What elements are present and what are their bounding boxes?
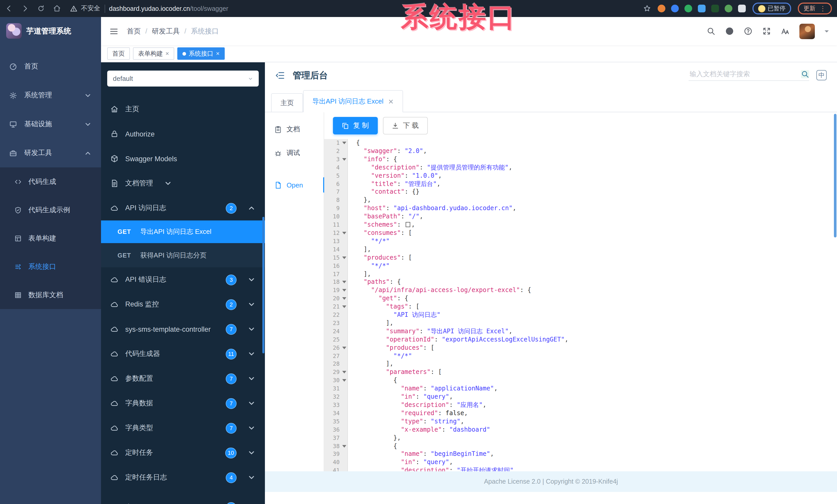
code-line: 11 "schemes": , (324, 221, 837, 229)
line-number[interactable]: 20 (324, 295, 348, 303)
swagger-group-定时任务日志[interactable]: 定时任务日志4 (101, 465, 265, 490)
line-number[interactable]: 15 (324, 254, 348, 262)
line-number: 32 (324, 393, 348, 401)
api-operation[interactable]: GET导出API 访问日志 Excel (101, 221, 265, 243)
sidebar-item-基础设施[interactable]: 基础设施 (0, 110, 101, 138)
swagger-nav-API 访问日志[interactable]: API 访问日志2 (101, 196, 265, 221)
doc-tab-导出API 访问日志 Excel[interactable]: 导出API 访问日志 Excel✕ (303, 90, 403, 112)
reload-icon[interactable] (37, 5, 45, 12)
line-number[interactable]: 3 (324, 155, 348, 164)
swagger-group-参数配置[interactable]: 参数配置7 (101, 366, 265, 391)
swagger-group-sys-sms-template-controller[interactable]: sys-sms-template-controller7 (101, 317, 265, 341)
logo[interactable]: 芋道管理系统 (0, 17, 101, 45)
copy-button[interactable]: 复 制 (333, 117, 378, 134)
api-operation[interactable]: GET获得API 访问日志分页 (101, 243, 265, 267)
sidebar-item-系统管理[interactable]: 系统管理 (0, 81, 101, 110)
fullscreen-icon[interactable] (762, 27, 771, 36)
sidebar-subitem-代码生成[interactable]: 代码生成 (0, 167, 101, 196)
line-number[interactable]: 30 (324, 377, 348, 385)
ext-leaf-icon[interactable] (724, 5, 732, 12)
chrome-update-badge[interactable]: 更新 ⋮ (798, 3, 832, 14)
ext-blue-drop-icon[interactable] (671, 5, 678, 12)
caret-down-icon[interactable] (825, 30, 829, 34)
swagger-group-定时任务[interactable]: 定时任务10 (101, 441, 265, 465)
sidebar-subitem-label: 代码生成 (28, 177, 56, 186)
cloud-icon (110, 473, 119, 482)
url-bar[interactable]: dashboard.yudao.iocoder.cn/tool/swagger (109, 5, 228, 12)
ext-orange-icon[interactable] (657, 5, 665, 12)
security-chip[interactable]: 不安全 (70, 4, 100, 13)
hamburger-icon[interactable] (109, 26, 119, 36)
sidebar-subitem-label: 数据库文档 (28, 290, 63, 300)
sidebar-item-label: 基础设施 (24, 119, 52, 129)
download-button[interactable]: 下 载 (383, 117, 428, 134)
paused-extension-badge[interactable]: 已暂停 (752, 3, 791, 14)
tag-表单构建[interactable]: 表单构建× (133, 48, 174, 60)
swagger-group-字典类型[interactable]: 字典类型7 (101, 416, 265, 441)
rail-item-文档[interactable]: 文档 (265, 117, 324, 141)
rail-item-Open[interactable]: Open (265, 173, 324, 197)
home-icon[interactable] (53, 5, 61, 12)
search-icon[interactable] (707, 27, 715, 36)
back-icon[interactable] (5, 5, 13, 12)
line-number[interactable]: 26 (324, 344, 348, 352)
bookmark-star-icon[interactable] (643, 5, 651, 12)
github-icon[interactable] (725, 27, 734, 36)
line-number: 16 (324, 262, 348, 270)
close-icon[interactable]: × (165, 51, 169, 57)
swagger-group-字典数据[interactable]: 字典数据7 (101, 391, 265, 416)
collapse-menu-icon[interactable] (275, 70, 285, 80)
sidebar-item-label: 首页 (24, 62, 38, 71)
doc-tab-主页[interactable]: 主页 (271, 93, 303, 112)
sidebar-subitem-系统接口[interactable]: 系统接口 (0, 253, 101, 281)
breadcrumb-item[interactable]: 研发工具 (152, 26, 180, 36)
close-icon[interactable]: ✕ (388, 98, 394, 105)
menu-dots-icon[interactable]: ⋮ (819, 5, 826, 12)
avatar[interactable] (799, 23, 815, 39)
breadcrumb-item[interactable]: 首页 (127, 26, 141, 36)
sidebar-subitem-表单构建[interactable]: 表单构建 (0, 224, 101, 253)
swagger-nav-Swagger Models[interactable]: Swagger Models (101, 146, 265, 171)
swagger-group-岗位[interactable]: 岗位 (101, 495, 265, 504)
breadcrumb-item[interactable]: 系统接口 (191, 26, 219, 36)
sidebar-subitem-数据库文档[interactable]: 数据库文档 (0, 281, 101, 309)
tag-系统接口[interactable]: 系统接口× (177, 48, 225, 60)
close-icon[interactable]: × (216, 51, 219, 57)
swagger-group-API 错误日志[interactable]: API 错误日志3 (101, 267, 265, 292)
doc-search-icon[interactable] (801, 70, 809, 78)
code-editor[interactable]: 1{2 "swagger": "2.0",3 "info": {4 "descr… (324, 139, 837, 471)
line-number[interactable]: 29 (324, 369, 348, 377)
help-icon[interactable] (744, 27, 752, 36)
forward-icon[interactable] (21, 5, 29, 12)
cloud-icon (110, 204, 119, 212)
page-scrollbar[interactable] (834, 114, 836, 238)
swagger-group-Redis 监控[interactable]: Redis 监控2 (101, 292, 265, 317)
rail-item-调试[interactable]: 调试 (265, 141, 324, 165)
sidebar-item-研发工具[interactable]: 研发工具 (0, 138, 101, 167)
font-size-icon[interactable] (781, 27, 789, 36)
ext-green-check-icon[interactable] (684, 5, 692, 12)
ext-dark-green-icon[interactable] (711, 5, 719, 12)
line-number[interactable]: 38 (324, 442, 348, 450)
sidebar-item-首页[interactable]: 首页 (0, 52, 101, 81)
line-number[interactable]: 19 (324, 287, 348, 295)
swagger-nav-文档管理[interactable]: 文档管理 (101, 171, 265, 196)
swagger-nav-Authorize[interactable]: Authorize (101, 122, 265, 146)
line-number: 7 (324, 188, 348, 197)
count-badge: 2 (226, 299, 236, 310)
tag-首页[interactable]: 首页 (107, 48, 130, 60)
sidebar-subitem-代码生成示例[interactable]: 代码生成示例 (0, 196, 101, 224)
swagger-nav-主页[interactable]: 主页 (101, 97, 265, 122)
language-toggle[interactable]: 中 (816, 70, 827, 80)
group-select[interactable]: default (107, 71, 259, 87)
line-number[interactable]: 1 (324, 139, 348, 147)
doc-search-input[interactable] (689, 70, 801, 78)
line-number[interactable]: 18 (324, 278, 348, 287)
ext-puzzle-icon[interactable] (738, 5, 746, 12)
line-number[interactable]: 12 (324, 229, 348, 238)
ext-blue-grid-icon[interactable] (698, 5, 705, 12)
sidebar-scrollbar[interactable] (262, 217, 264, 353)
line-number[interactable]: 21 (324, 303, 348, 311)
swagger-group-代码生成器[interactable]: 代码生成器11 (101, 341, 265, 366)
line-number: 33 (324, 401, 348, 410)
